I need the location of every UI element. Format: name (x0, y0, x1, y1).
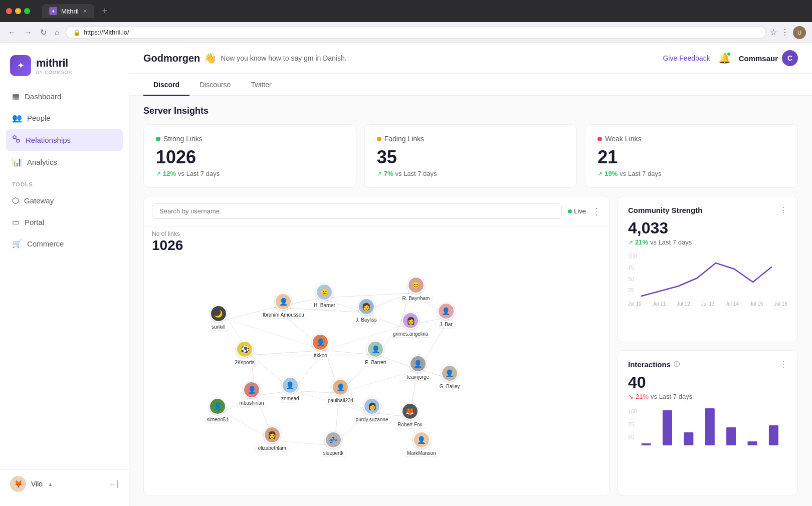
node-paulhall[interactable]: 👤 paulhall234 (325, 379, 356, 404)
sidebar-user[interactable]: 🦊 Vilo ▲ (10, 476, 53, 492)
status-dot-red (597, 137, 602, 141)
sidebar-item-gateway[interactable]: ⬡ Gateway (6, 190, 123, 211)
node-j-bayliss[interactable]: 🧑 J. Bayliss (353, 298, 379, 323)
tools-nav: ⬡ Gateway ▭ Portal 🛒 Commerce (0, 190, 129, 255)
node-grimes[interactable]: 👩 grimes.angelina (390, 312, 431, 337)
nav-home-button[interactable]: ⌂ (53, 26, 62, 39)
sidebar-item-relationships[interactable]: Relationships (6, 129, 123, 151)
svg-line-2 (16, 138, 17, 140)
nav-refresh-button[interactable]: ↻ (38, 26, 49, 39)
sidebar-item-analytics[interactable]: 📊 Analytics (6, 152, 123, 172)
sidebar-item-portal[interactable]: ▭ Portal (6, 212, 123, 232)
info-icon[interactable]: ⓘ (674, 360, 680, 369)
node-markmanson[interactable]: 👤 MarkManson (404, 431, 439, 456)
svg-rect-54 (726, 427, 736, 445)
change-percent: 21% (636, 393, 649, 400)
new-tab-button[interactable]: + (102, 6, 108, 17)
tab-title: Mithril (61, 8, 79, 15)
logo-icon: ✦ (10, 55, 31, 76)
sidebar-item-commerce[interactable]: 🛒 Commerce (6, 233, 123, 254)
minimize-button[interactable] (15, 8, 21, 14)
node-label: J. Bayliss (353, 317, 379, 323)
graph-more-button[interactable]: ⋮ (592, 206, 601, 217)
sidebar-item-label: Commerce (27, 239, 64, 248)
insight-card-fading-links: Fading Links 35 ↗ 7% vs Last 7 days (364, 124, 577, 188)
notifications-button[interactable]: 🔔 (718, 52, 731, 64)
greeting-text: Godmorgen (143, 53, 200, 64)
svg-text:75: 75 (628, 422, 634, 427)
node-sunkill[interactable]: 🌙 sunkill (209, 305, 228, 330)
change-arrow-up: ↗ (377, 170, 382, 177)
header-greeting: Godmorgen 👋 Now you know how to say gm i… (143, 52, 347, 64)
address-bar[interactable]: 🔒 https://Mithril.io/ (66, 26, 766, 39)
node-label: MarkManson (404, 450, 439, 456)
node-h-barnet[interactable]: 😐 H. Barnet (311, 284, 337, 309)
node-simeon51[interactable]: 👤 simeon51 (205, 398, 231, 423)
node-g-bailey[interactable]: 👤 G. Bailey (437, 365, 463, 390)
interactions-title: Interactions (628, 360, 671, 369)
change-label: vs Last 7 days (395, 170, 437, 177)
node-j-bar[interactable]: 👤 J. Bar (437, 303, 455, 328)
node-2ksports[interactable]: ⚽ 2Ksports (232, 341, 257, 366)
node-ibrahim[interactable]: 👤 Ibrahim Amoussou (260, 293, 307, 318)
bookmark-icon[interactable]: ☆ (770, 28, 777, 37)
node-label: paulhall234 (325, 397, 356, 404)
node-label: 2Ksports (232, 359, 257, 366)
graph-canvas: 😐 H. Barnet 😊 R. Baynham 🧑 J. Bayliss (144, 258, 609, 495)
greeting-emoji: 👋 (204, 52, 217, 64)
svg-text:25: 25 (628, 288, 634, 293)
node-ttkkoo[interactable]: 👤 ttkkoo (311, 334, 330, 359)
active-tab[interactable]: ✦ Mithril ✕ (42, 4, 94, 18)
live-dot (568, 209, 572, 213)
node-sleepertk[interactable]: 💤 sleepertk (321, 431, 346, 456)
panel-more-button[interactable]: ⋮ (779, 360, 787, 369)
node-elizabethlam[interactable]: 👩 elizabethlam (256, 426, 289, 451)
node-e-barrett[interactable]: 👤 E. Barrett (362, 341, 388, 366)
panel-change: ↘ 21% vs Last 7 days (628, 393, 787, 400)
panel-header: Community Strength ⋮ (628, 205, 787, 215)
address-text: https://Mithril.io/ (84, 29, 129, 36)
tab-discourse[interactable]: Discourse (189, 74, 241, 96)
sidebar-item-dashboard[interactable]: ▦ Dashboard (6, 86, 123, 107)
insight-label-text: Strong Links (163, 135, 202, 143)
change-percent: 12% (163, 170, 176, 177)
tab-twitter[interactable]: Twitter (241, 74, 281, 96)
interactions-chart: 100 75 50 (628, 406, 787, 451)
tab-close-icon[interactable]: ✕ (83, 8, 87, 15)
panel-more-button[interactable]: ⋮ (779, 205, 787, 215)
search-input[interactable] (152, 203, 562, 219)
node-mbashirian[interactable]: 👤 mbashirian (237, 381, 267, 406)
sidebar-collapse-button[interactable]: ←| (109, 479, 119, 488)
tab-discord[interactable]: Discord (143, 74, 189, 96)
nav-actions: ☆ ⋮ U (770, 26, 806, 39)
node-teamjorge[interactable]: 👤 teamjorge (404, 355, 432, 380)
change-up-arrow: ↗ (628, 239, 633, 246)
tabs-bar: Discord Discourse Twitter (129, 74, 812, 96)
change-percent: 19% (604, 170, 618, 177)
close-button[interactable] (6, 8, 12, 14)
chart-label: Jul 10 (628, 301, 642, 307)
svg-rect-51 (663, 410, 672, 445)
node-r-baynham[interactable]: 😊 R. Baynham (399, 277, 432, 302)
sidebar-avatar: 🦊 (10, 476, 26, 492)
user-avatar[interactable]: C (782, 50, 798, 66)
commerce-icon: 🛒 (12, 239, 22, 248)
insight-value: 21 (597, 147, 785, 168)
node-purdy[interactable]: 👩 purdy.suzanne (353, 398, 391, 423)
svg-text:75: 75 (628, 265, 634, 271)
sidebar-item-people[interactable]: 👥 People (6, 108, 123, 128)
node-znmead[interactable]: 👤 znmead (279, 377, 302, 402)
maximize-button[interactable] (24, 8, 30, 14)
traffic-lights (6, 8, 30, 14)
change-percent: 21% (635, 238, 648, 246)
svg-rect-50 (642, 443, 651, 445)
menu-icon[interactable]: ⋮ (781, 28, 789, 37)
sidebar-item-label: Dashboard (25, 92, 61, 101)
nav-back-button[interactable]: ← (6, 26, 18, 39)
browser-user-avatar[interactable]: U (793, 26, 806, 39)
give-feedback-link[interactable]: Give Feedback (663, 54, 710, 62)
nav-forward-button[interactable]: → (22, 26, 34, 39)
logo-symbol: ✦ (17, 60, 25, 71)
change-label: vs Last 7 days (650, 238, 692, 246)
node-robert-fox[interactable]: 🦊 Robert Fox (395, 403, 425, 428)
